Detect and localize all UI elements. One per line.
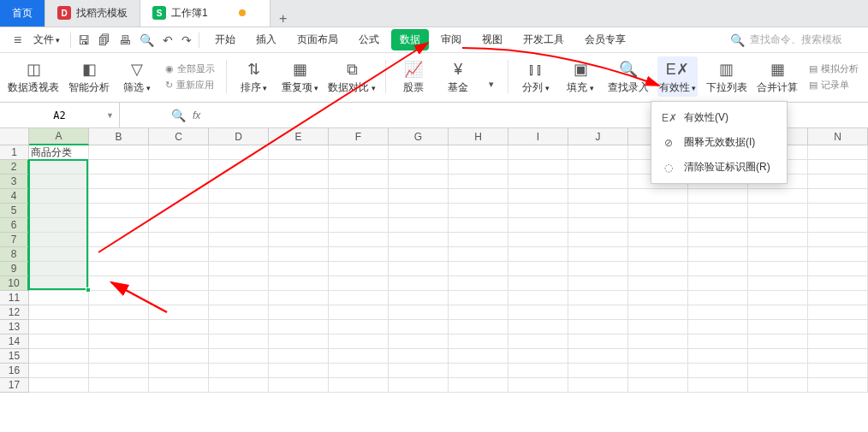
tab-home[interactable]: 首页	[0, 0, 45, 27]
cell[interactable]	[808, 175, 868, 189]
cell[interactable]	[269, 291, 329, 305]
cell[interactable]	[688, 247, 748, 262]
sort-button[interactable]: ⇅排序 ▾	[235, 56, 273, 97]
cell[interactable]	[568, 334, 628, 349]
cell[interactable]	[568, 291, 628, 305]
pivot-table-button[interactable]: ◫数据透视表	[7, 56, 60, 97]
cell[interactable]	[568, 247, 628, 262]
cell[interactable]	[149, 175, 209, 189]
cell[interactable]	[149, 189, 209, 204]
cell[interactable]	[748, 378, 808, 393]
cell[interactable]	[449, 218, 508, 233]
cell[interactable]	[29, 320, 89, 334]
menu-dev[interactable]: 开发工具	[514, 29, 573, 50]
cell[interactable]	[209, 145, 269, 160]
cell[interactable]	[628, 247, 688, 262]
cell[interactable]	[269, 218, 329, 233]
cell[interactable]	[29, 189, 89, 204]
cell[interactable]	[209, 233, 269, 247]
cell[interactable]	[748, 262, 808, 276]
menu-member[interactable]: 会员专享	[576, 29, 634, 50]
row-header[interactable]: 15	[0, 349, 29, 364]
cell[interactable]	[628, 204, 688, 218]
cell[interactable]	[29, 233, 89, 247]
cell[interactable]	[748, 247, 808, 262]
cell[interactable]	[89, 145, 149, 160]
new-tab-button[interactable]: +	[271, 11, 296, 27]
cell[interactable]	[688, 262, 748, 276]
cell[interactable]	[628, 276, 688, 291]
cell[interactable]	[29, 364, 89, 378]
cell[interactable]	[568, 145, 628, 160]
col-header[interactable]: E	[269, 128, 329, 145]
col-header[interactable]: A	[29, 128, 89, 145]
cell[interactable]	[808, 160, 868, 175]
cell[interactable]	[568, 349, 628, 364]
cell[interactable]	[628, 218, 688, 233]
cell[interactable]	[449, 145, 508, 160]
col-header[interactable]: D	[209, 128, 269, 145]
menu-view[interactable]: 视图	[473, 29, 511, 50]
cell[interactable]	[808, 233, 868, 247]
cell[interactable]	[688, 204, 748, 218]
cell[interactable]	[449, 291, 508, 305]
chevron-down-icon[interactable]: ▼	[106, 111, 114, 120]
duplicates-button[interactable]: ▦重复项 ▾	[280, 56, 320, 97]
cell[interactable]	[389, 247, 449, 262]
cell[interactable]	[389, 320, 449, 334]
cell[interactable]	[29, 349, 89, 364]
cell[interactable]	[688, 233, 748, 247]
row-header[interactable]: 13	[0, 320, 29, 334]
hamburger-menu-icon[interactable]: ≡	[9, 33, 27, 48]
menu-data[interactable]: 数据	[391, 29, 429, 50]
row-header[interactable]: 12	[0, 305, 29, 320]
cell[interactable]	[329, 349, 389, 364]
row-header[interactable]: 14	[0, 334, 29, 349]
cell[interactable]	[508, 364, 568, 378]
name-box-input[interactable]	[7, 109, 112, 121]
cell[interactable]	[688, 189, 748, 204]
cell[interactable]	[748, 334, 808, 349]
cell[interactable]	[29, 204, 89, 218]
row-header[interactable]: 8	[0, 247, 29, 262]
cell[interactable]	[89, 247, 149, 262]
cell[interactable]	[209, 204, 269, 218]
col-header[interactable]: N	[808, 128, 868, 145]
cell[interactable]	[269, 175, 329, 189]
cell[interactable]	[508, 204, 568, 218]
cell[interactable]	[568, 189, 628, 204]
cell[interactable]	[89, 276, 149, 291]
cell[interactable]	[568, 160, 628, 175]
cell[interactable]	[568, 233, 628, 247]
undo-icon[interactable]: ↶	[163, 33, 173, 47]
cell[interactable]	[269, 378, 329, 393]
find-entry-button[interactable]: 🔍查找录入	[606, 56, 650, 97]
cell[interactable]	[29, 175, 89, 189]
cell[interactable]	[628, 233, 688, 247]
col-header[interactable]: J	[568, 128, 628, 145]
cell[interactable]	[149, 247, 209, 262]
cell[interactable]	[149, 218, 209, 233]
cell[interactable]	[89, 233, 149, 247]
print-preview-icon[interactable]: 🔍	[140, 33, 154, 47]
cell[interactable]	[89, 218, 149, 233]
cell[interactable]	[269, 160, 329, 175]
cell[interactable]	[628, 334, 688, 349]
cell[interactable]	[748, 233, 808, 247]
cell[interactable]	[508, 334, 568, 349]
cell[interactable]	[209, 276, 269, 291]
cell[interactable]	[389, 175, 449, 189]
cell[interactable]	[149, 349, 209, 364]
cell[interactable]	[29, 291, 89, 305]
cell[interactable]	[568, 262, 628, 276]
cell[interactable]	[449, 305, 508, 320]
cell[interactable]	[329, 247, 389, 262]
cell[interactable]	[149, 305, 209, 320]
cell[interactable]	[808, 262, 868, 276]
cell[interactable]	[89, 364, 149, 378]
cell[interactable]	[628, 349, 688, 364]
file-menu[interactable]: 文件▾	[30, 33, 63, 47]
cell[interactable]	[89, 378, 149, 393]
name-box[interactable]: ▼	[0, 103, 120, 127]
consolidate-button[interactable]: ▦合并计算	[756, 56, 800, 97]
